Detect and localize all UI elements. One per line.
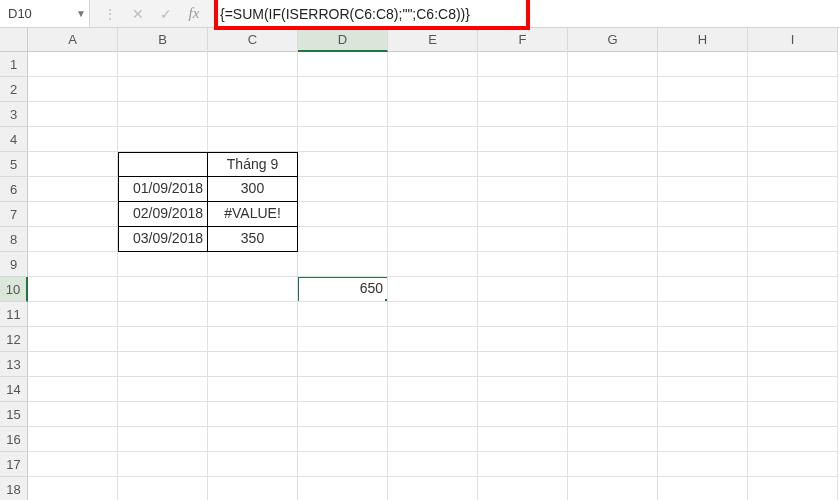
fx-icon[interactable]: fx [186,5,202,22]
row-header-5[interactable]: 5 [0,152,28,177]
cell-I16[interactable] [748,427,838,452]
cell-H2[interactable] [658,77,748,102]
cell-B18[interactable] [118,477,208,500]
cell-C4[interactable] [208,127,298,152]
cell-G18[interactable] [568,477,658,500]
cell-E1[interactable] [388,52,478,77]
row-header-10[interactable]: 10 [0,277,28,302]
cell-D5[interactable] [298,152,388,177]
cell-F11[interactable] [478,302,568,327]
cell-I9[interactable] [748,252,838,277]
name-box-dropdown-icon[interactable]: ▼ [73,8,89,19]
cell-H17[interactable] [658,452,748,477]
cell-A18[interactable] [28,477,118,500]
cell-C17[interactable] [208,452,298,477]
cell-G16[interactable] [568,427,658,452]
cell-E8[interactable] [388,227,478,252]
cell-I5[interactable] [748,152,838,177]
cell-G7[interactable] [568,202,658,227]
cell-F15[interactable] [478,402,568,427]
cell-F18[interactable] [478,477,568,500]
cell-H4[interactable] [658,127,748,152]
cell-C18[interactable] [208,477,298,500]
cell-F13[interactable] [478,352,568,377]
cell-I4[interactable] [748,127,838,152]
cell-F4[interactable] [478,127,568,152]
cell-D4[interactable] [298,127,388,152]
row-header-1[interactable]: 1 [0,52,28,77]
cell-B17[interactable] [118,452,208,477]
cancel-icon[interactable]: ✕ [130,6,146,22]
cell-F17[interactable] [478,452,568,477]
cell-D9[interactable] [298,252,388,277]
cell-A13[interactable] [28,352,118,377]
cell-I3[interactable] [748,102,838,127]
cell-G5[interactable] [568,152,658,177]
row-header-11[interactable]: 11 [0,302,28,327]
cell-I11[interactable] [748,302,838,327]
cell-A15[interactable] [28,402,118,427]
cell-B7[interactable]: 02/09/2018 [118,202,208,227]
row-header-3[interactable]: 3 [0,102,28,127]
enter-icon[interactable]: ✓ [158,6,174,22]
cell-E9[interactable] [388,252,478,277]
name-box[interactable]: D10 ▼ [0,0,90,27]
cell-D17[interactable] [298,452,388,477]
cell-B4[interactable] [118,127,208,152]
cell-F7[interactable] [478,202,568,227]
col-header-C[interactable]: C [208,28,298,52]
cell-A7[interactable] [28,202,118,227]
cell-E11[interactable] [388,302,478,327]
cell-C9[interactable] [208,252,298,277]
cell-H8[interactable] [658,227,748,252]
cell-I6[interactable] [748,177,838,202]
cell-I18[interactable] [748,477,838,500]
cell-H11[interactable] [658,302,748,327]
cell-A16[interactable] [28,427,118,452]
cell-A14[interactable] [28,377,118,402]
cell-G12[interactable] [568,327,658,352]
cell-I13[interactable] [748,352,838,377]
cell-F16[interactable] [478,427,568,452]
cell-G4[interactable] [568,127,658,152]
row-header-9[interactable]: 9 [0,252,28,277]
cell-E6[interactable] [388,177,478,202]
cell-G2[interactable] [568,77,658,102]
cell-B11[interactable] [118,302,208,327]
cell-B8[interactable]: 03/09/2018 [118,227,208,252]
formula-input-wrap[interactable]: {=SUM(IF(ISERROR(C6:C8);"";C6:C8))} [214,0,840,27]
cell-D14[interactable] [298,377,388,402]
cell-C6[interactable]: 300 [208,177,298,202]
cell-B5[interactable] [118,152,208,177]
cell-H3[interactable] [658,102,748,127]
cell-F12[interactable] [478,327,568,352]
col-header-B[interactable]: B [118,28,208,52]
cell-D18[interactable] [298,477,388,500]
cell-C15[interactable] [208,402,298,427]
cell-H9[interactable] [658,252,748,277]
cell-E14[interactable] [388,377,478,402]
cell-A2[interactable] [28,77,118,102]
col-header-D[interactable]: D [298,28,388,52]
col-header-E[interactable]: E [388,28,478,52]
cell-A9[interactable] [28,252,118,277]
select-all-corner[interactable] [0,28,28,52]
row-header-17[interactable]: 17 [0,452,28,477]
cell-I2[interactable] [748,77,838,102]
row-header-18[interactable]: 18 [0,477,28,500]
cell-I1[interactable] [748,52,838,77]
cell-G1[interactable] [568,52,658,77]
cell-D7[interactable] [298,202,388,227]
cell-D13[interactable] [298,352,388,377]
cell-H1[interactable] [658,52,748,77]
cell-B15[interactable] [118,402,208,427]
row-header-7[interactable]: 7 [0,202,28,227]
cell-B10[interactable] [118,277,208,302]
cell-C1[interactable] [208,52,298,77]
cell-A10[interactable] [28,277,118,302]
cell-H14[interactable] [658,377,748,402]
row-header-13[interactable]: 13 [0,352,28,377]
col-header-F[interactable]: F [478,28,568,52]
cell-A5[interactable] [28,152,118,177]
cell-G9[interactable] [568,252,658,277]
